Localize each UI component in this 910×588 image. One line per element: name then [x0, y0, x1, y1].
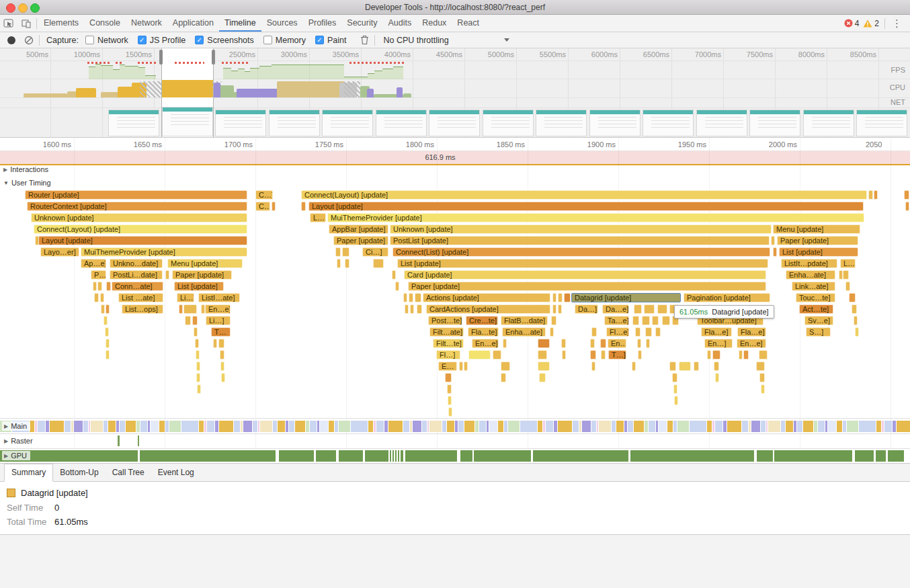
flame-bar[interactable] [106, 350, 110, 360]
flame-bar-listate[interactable]: List …ate] [118, 293, 163, 302]
gpu-strip[interactable] [0, 450, 904, 462]
flame-bar[interactable] [448, 396, 452, 405]
flame-bar-ene[interactable]: En…e] [205, 304, 231, 314]
flame-bar-dae[interactable]: Da…e] [602, 304, 629, 314]
flame-bar[interactable] [655, 327, 661, 337]
flame-bar[interactable] [194, 327, 198, 337]
flame-bar-c[interactable]: C… [255, 202, 270, 211]
flame-bar[interactable] [845, 282, 850, 291]
flame-bar[interactable] [395, 282, 399, 291]
flame-bar[interactable] [104, 316, 108, 325]
flame-bar[interactable] [562, 350, 566, 360]
flame-bar[interactable] [756, 362, 765, 371]
flame-bar-cardactionsupdate[interactable]: CardActions [update] [426, 304, 550, 314]
flame-bar[interactable] [196, 350, 200, 360]
flame-bar-connectlayoutupdate[interactable]: Connect(Layout) [update] [34, 224, 247, 234]
flame-bar-menuupdate[interactable]: Menu [update] [773, 224, 860, 234]
flame-bar-flae[interactable]: Fla…e] [701, 327, 732, 337]
flame-bar-listiate[interactable]: ListI…ate] [198, 293, 240, 302]
flame-bar[interactable] [868, 190, 873, 200]
flame-bar-c[interactable]: C…] [255, 190, 273, 200]
flame-bar-unknownupdate[interactable]: Unknown [update] [390, 224, 772, 234]
flame-bar-ape[interactable]: Ap…e] [81, 259, 106, 268]
flame-bar[interactable] [662, 316, 670, 325]
flame-bar[interactable] [551, 316, 556, 325]
main-track-header[interactable]: ▶ Main [2, 421, 30, 431]
flame-bar[interactable] [635, 327, 640, 337]
flame-bar[interactable] [196, 362, 200, 371]
flame-bar-unknownupdate[interactable]: Unknown [update] [31, 213, 247, 222]
main-thread-strip[interactable] [0, 421, 910, 432]
flame-bar-muithemeproviderupdate[interactable]: MuiThemeProvider [update] [327, 213, 864, 222]
flame-bar[interactable] [468, 350, 491, 360]
flame-bar[interactable] [405, 304, 409, 314]
flame-bar[interactable] [448, 407, 452, 417]
flame-bar-t[interactable]: T… [211, 327, 231, 337]
flame-bar[interactable] [600, 339, 606, 348]
flame-bar-sve[interactable]: Sv…e] [804, 316, 833, 325]
flame-bar[interactable] [591, 327, 597, 337]
flame-bar-connate[interactable]: Conn…ate] [112, 282, 163, 291]
flame-bar-layoutupdate[interactable]: Layout [update] [38, 236, 247, 245]
flame-bar[interactable] [673, 384, 677, 394]
flame-bar[interactable] [855, 327, 859, 337]
flame-bar[interactable] [335, 247, 341, 257]
flame-bar-listupdate[interactable]: List [update] [779, 247, 858, 257]
flame-bar-flae[interactable]: Fla…e] [737, 327, 766, 337]
flame-bar[interactable] [538, 339, 550, 348]
flame-bar-en[interactable]: En…] [608, 339, 626, 348]
flame-bar[interactable] [179, 304, 183, 314]
flame-bar[interactable] [712, 350, 720, 360]
flame-bar[interactable] [590, 339, 595, 348]
flame-bar[interactable] [392, 270, 396, 280]
flame-bar[interactable] [645, 327, 652, 337]
flame-bar[interactable] [183, 304, 197, 314]
flame-bar[interactable] [100, 293, 104, 302]
flame-bar[interactable] [638, 350, 642, 360]
flame-bar[interactable] [272, 202, 276, 211]
flame-bar[interactable] [195, 339, 199, 348]
flame-bar-li[interactable]: Li…] [177, 293, 194, 302]
flame-bar[interactable] [445, 373, 452, 382]
flame-bar-linkate[interactable]: Link…ate] [792, 282, 835, 291]
flame-bar[interactable] [403, 293, 407, 302]
flame-bar[interactable] [106, 339, 110, 348]
detail-tab-summary[interactable]: Summary [4, 464, 53, 482]
flame-bar[interactable] [373, 259, 384, 268]
user-timing-flame-chart[interactable]: Router [update]C…]Connect(Layout) [updat… [0, 0, 910, 418]
flame-bar[interactable] [196, 373, 200, 382]
flame-bar-menuupdate[interactable]: Menu [update] [167, 259, 243, 268]
flame-bar[interactable] [94, 293, 99, 302]
flame-bar[interactable] [694, 362, 699, 371]
flame-bar[interactable] [715, 373, 719, 382]
flame-bar-appbarupdate[interactable]: AppBar [update] [329, 224, 388, 234]
disclosure-triangle-icon[interactable]: ▶ [4, 453, 8, 459]
flame-bar-postlistupdate[interactable]: PostList [update] [390, 236, 770, 245]
flame-bar-e[interactable]: E… [438, 362, 457, 371]
flame-bar-postte[interactable]: Post…te] [428, 316, 462, 325]
flame-bar[interactable] [552, 293, 556, 302]
flame-bar[interactable] [601, 350, 606, 360]
flame-bar-flatbdate[interactable]: FlatB…date] [501, 316, 548, 325]
flame-bar[interactable] [342, 247, 349, 257]
flame-bar[interactable] [632, 362, 636, 371]
flame-bar[interactable] [657, 304, 667, 314]
flame-bar[interactable] [679, 362, 691, 371]
flame-bar-crete[interactable]: Cre…te] [466, 316, 498, 325]
flame-bar[interactable] [345, 259, 349, 268]
flame-bar[interactable] [220, 362, 224, 371]
flame-bar-en[interactable]: En…] [704, 339, 733, 348]
flame-bar[interactable] [185, 316, 191, 325]
detail-tab-bottom-up[interactable]: Bottom-Up [53, 464, 105, 481]
flame-bar-listupdate[interactable]: List [update] [174, 282, 224, 291]
flame-bar-actte[interactable]: Act…te] [799, 304, 833, 314]
flame-bar[interactable] [558, 293, 563, 302]
flame-bar[interactable] [106, 304, 110, 314]
flame-bar[interactable] [773, 247, 777, 257]
flame-bar-ene[interactable]: En…e] [472, 339, 499, 348]
flame-bar[interactable] [105, 327, 109, 337]
flame-bar[interactable] [761, 384, 765, 394]
flame-bar-connectlistupdate[interactable]: Connect(List) [update] [392, 247, 770, 257]
flame-bar-s[interactable]: S…] [806, 327, 831, 337]
flame-bar[interactable] [771, 236, 775, 245]
